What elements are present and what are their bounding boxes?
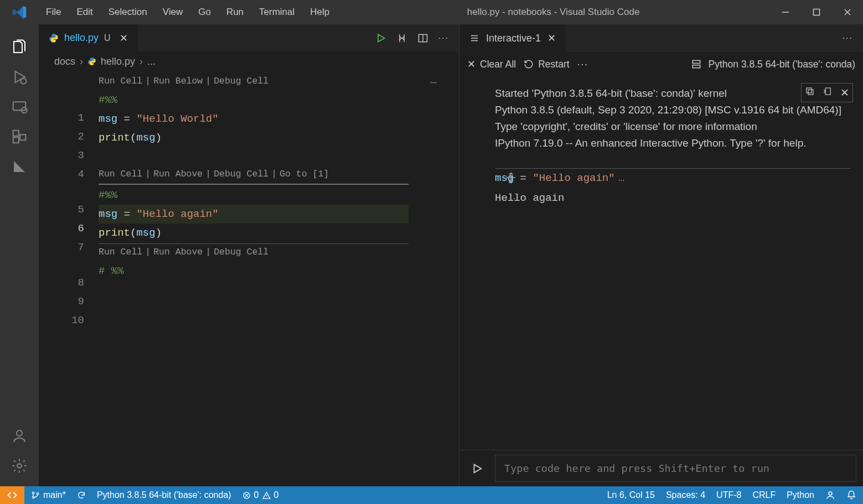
svg-rect-23 xyxy=(807,88,812,93)
svg-rect-10 xyxy=(20,134,25,140)
breadcrumb-segment[interactable]: docs xyxy=(54,56,75,67)
more-actions-icon[interactable]: ··· xyxy=(843,33,863,43)
interactive-input-row: Type code here and press Shift+Enter to … xyxy=(459,450,863,486)
menu-help[interactable]: Help xyxy=(303,3,337,21)
window-title: hello.py - notebooks - Visual Studio Cod… xyxy=(337,7,770,18)
expand-cell-icon[interactable] xyxy=(505,172,517,184)
split-editor-icon[interactable] xyxy=(417,33,428,44)
svg-point-13 xyxy=(17,464,22,468)
vscode-logo-icon xyxy=(0,4,39,20)
more-icon[interactable]: ··· xyxy=(577,59,589,70)
chevron-right-icon: › xyxy=(139,56,143,67)
line-gutter: 1 2 3 4 5 6 7 8 9 10 xyxy=(39,71,99,486)
tab-label: Interactive-1 xyxy=(486,33,541,44)
output-indicator-icon: ··· xyxy=(505,192,517,204)
kernel-startup-text: Started 'Python 3.8.5 64-bit ('base': co… xyxy=(495,85,851,152)
minimize-button[interactable] xyxy=(770,0,801,24)
remote-indicator[interactable] xyxy=(0,486,24,504)
settings-gear-icon[interactable] xyxy=(6,451,33,481)
notifications-icon[interactable] xyxy=(846,490,856,500)
tab-modified-indicator: U xyxy=(104,33,111,43)
git-branch[interactable]: main* xyxy=(31,490,66,500)
svg-rect-22 xyxy=(808,90,813,95)
menu-selection[interactable]: Selection xyxy=(101,3,154,21)
sync-changes-icon[interactable] xyxy=(77,491,86,500)
copy-icon[interactable] xyxy=(805,86,815,99)
accounts-icon[interactable] xyxy=(6,421,33,451)
svg-point-5 xyxy=(21,79,27,84)
activity-bar xyxy=(0,24,39,486)
editor-tabs: hello.py U ✕ ··· xyxy=(39,24,459,52)
code-editor[interactable]: 1 2 3 4 5 6 7 8 9 10 ▬▬ Run Cell|Run Bel… xyxy=(39,71,459,486)
menu-file[interactable]: File xyxy=(39,3,68,21)
clear-all-button[interactable]: ✕ Clear All xyxy=(467,59,516,70)
codelens-cell-1[interactable]: Run Cell|Run Below|Debug Cell xyxy=(99,73,459,91)
menu-run[interactable]: Run xyxy=(219,3,251,21)
remote-explorer-icon[interactable] xyxy=(6,92,33,122)
kernel-selector[interactable]: Python 3.8.5 64-bit ('base': conda) xyxy=(709,59,855,70)
title-bar: File Edit Selection View Go Run Terminal… xyxy=(0,0,863,24)
tab-interactive-1[interactable]: Interactive-1 ✕ xyxy=(459,24,566,52)
tab-hello-py[interactable]: hello.py U ✕ xyxy=(39,24,138,52)
codelens-cell-3[interactable]: Run Cell|Run Above|Debug Cell xyxy=(99,244,459,262)
cell-toolbar: ✕ xyxy=(801,83,853,102)
jupyter-icon[interactable] xyxy=(6,152,33,181)
interactive-content: ✕ Started 'Python 3.8.5 64-bit ('base': … xyxy=(459,76,863,450)
status-bar: main* Python 3.8.5 64-bit ('base': conda… xyxy=(0,486,863,504)
run-file-icon[interactable] xyxy=(375,33,386,44)
feedback-icon[interactable] xyxy=(825,490,835,500)
explorer-icon[interactable] xyxy=(6,32,33,62)
svg-point-29 xyxy=(32,496,34,498)
executed-code-cell[interactable]: msg = "Hello again"… xyxy=(495,168,851,184)
svg-point-30 xyxy=(37,493,38,495)
menu-edit[interactable]: Edit xyxy=(69,3,100,21)
indentation[interactable]: Spaces: 4 xyxy=(666,490,705,500)
extensions-icon[interactable] xyxy=(6,122,33,152)
svg-point-35 xyxy=(829,492,832,495)
python-file-icon xyxy=(87,57,96,66)
svg-rect-1 xyxy=(814,9,820,15)
maximize-button[interactable] xyxy=(801,0,832,24)
python-interpreter[interactable]: Python 3.8.5 64-bit ('base': conda) xyxy=(97,490,231,500)
restart-button[interactable]: Restart xyxy=(524,59,569,70)
svg-rect-6 xyxy=(13,102,26,110)
editor-group: hello.py U ✕ ··· docs › hello.py › ... xyxy=(39,24,459,486)
eol-sequence[interactable]: CRLF xyxy=(752,490,776,500)
run-debug-icon[interactable] xyxy=(6,62,33,92)
minimap[interactable]: ▬▬ xyxy=(430,73,458,84)
compare-changes-icon[interactable] xyxy=(396,33,407,44)
delete-cell-icon[interactable]: ✕ xyxy=(840,86,849,99)
close-icon: ✕ xyxy=(467,59,476,70)
breadcrumb[interactable]: docs › hello.py › ... xyxy=(39,52,459,71)
svg-marker-11 xyxy=(14,161,25,172)
breadcrumb-segment[interactable]: ... xyxy=(147,56,156,67)
svg-rect-21 xyxy=(693,65,700,68)
window-controls xyxy=(770,0,863,24)
goto-source-icon[interactable] xyxy=(823,86,833,99)
interactive-input[interactable]: Type code here and press Shift+Enter to … xyxy=(495,455,856,482)
svg-marker-14 xyxy=(378,34,385,41)
encoding[interactable]: UTF-8 xyxy=(716,490,741,500)
svg-rect-24 xyxy=(825,88,830,95)
problems-indicator[interactable]: 0 0 xyxy=(242,490,279,500)
tab-close-icon[interactable]: ✕ xyxy=(116,32,128,44)
list-icon xyxy=(469,33,479,43)
close-button[interactable] xyxy=(832,0,863,24)
server-icon xyxy=(691,59,702,70)
menu-terminal[interactable]: Terminal xyxy=(252,3,302,21)
more-actions-icon[interactable]: ··· xyxy=(438,33,449,43)
language-mode[interactable]: Python xyxy=(787,490,814,500)
svg-rect-20 xyxy=(693,60,700,63)
menu-go[interactable]: Go xyxy=(191,3,218,21)
tab-label: hello.py xyxy=(64,32,99,44)
active-line[interactable]: msg = "Hello again" xyxy=(99,205,409,224)
code-body[interactable]: ▬▬ Run Cell|Run Below|Debug Cell #%% msg… xyxy=(99,71,459,486)
breadcrumb-segment[interactable]: hello.py xyxy=(101,56,135,67)
svg-point-28 xyxy=(32,492,34,493)
menu-view[interactable]: View xyxy=(156,3,190,21)
cursor-position[interactable]: Ln 6, Col 15 xyxy=(607,490,655,500)
execute-input-icon[interactable] xyxy=(459,450,495,486)
tab-close-icon[interactable]: ✕ xyxy=(547,32,556,44)
svg-point-12 xyxy=(17,430,22,436)
codelens-cell-2[interactable]: Run Cell|Run Above|Debug Cell|Go to [1] xyxy=(99,166,459,184)
